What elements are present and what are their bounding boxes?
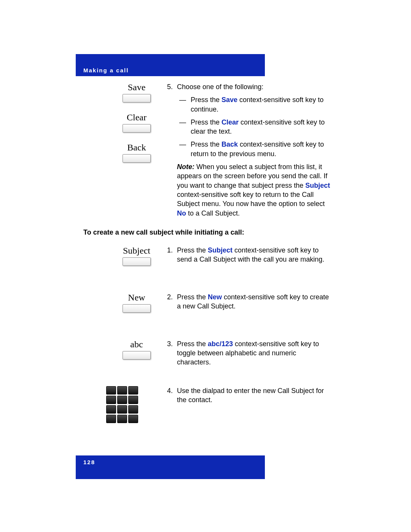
- softkey-save-button[interactable]: [123, 94, 151, 102]
- step2-2-row: New 2.Press the New context-sensitive so…: [76, 292, 331, 323]
- step5-opt-save: Press the Save context-sensitive soft ke…: [179, 95, 331, 114]
- content: Save Clear Back 5. Choose one of the fol…: [76, 82, 331, 423]
- softkey-new-label: New: [128, 292, 145, 303]
- softkey-new: New: [106, 292, 167, 313]
- step5-text: 5. Choose one of the following: Press th…: [167, 82, 331, 218]
- softkey-back-button[interactable]: [123, 154, 151, 163]
- softkey-save-label: Save: [128, 82, 146, 93]
- kw-subject: Subject: [208, 246, 233, 254]
- footer-bar: 128: [76, 455, 265, 479]
- step5-row: Save Clear Back 5. Choose one of the fol…: [76, 82, 331, 218]
- kw-no: No: [177, 209, 186, 217]
- step5-lead: Choose one of the following:: [177, 82, 331, 91]
- kw-abc123: abc/123: [208, 340, 233, 348]
- section-heading: To create a new call subject while initi…: [83, 228, 331, 236]
- kw-back: Back: [221, 141, 238, 148]
- softkey-abc-label: abc: [130, 339, 143, 350]
- softkey-subject: Subject: [106, 246, 167, 266]
- note-label: Note:: [177, 163, 194, 171]
- softkey-back: Back: [106, 142, 167, 163]
- softkey-clear-label: Clear: [127, 112, 147, 123]
- header-title: Making a call: [83, 67, 129, 73]
- softkey-save: Save: [106, 82, 167, 102]
- dialpad-icon: [106, 386, 167, 423]
- softkey-abc: abc: [106, 339, 167, 359]
- step5-opt-clear: Press the Clear context-sensitive soft k…: [179, 118, 331, 136]
- softkey-clear: Clear: [106, 112, 167, 133]
- kw-subject-note: Subject: [305, 182, 330, 189]
- step5-opt-back: Press the Back context-sensitive soft ke…: [179, 140, 331, 158]
- header-bar: Making a call: [76, 54, 265, 76]
- softkey-clear-button[interactable]: [123, 124, 151, 133]
- softkey-subject-label: Subject: [123, 246, 150, 256]
- step5-options: Press the Save context-sensitive soft ke…: [177, 91, 331, 158]
- softkey-back-label: Back: [127, 142, 146, 153]
- kw-clear: Clear: [221, 118, 239, 126]
- step2-4-text: 4.Use the dialpad to enter the new Call …: [167, 386, 331, 405]
- kw-new: New: [208, 293, 222, 301]
- step5-number: 5.: [167, 82, 177, 218]
- page-number: 128: [83, 459, 95, 465]
- step2-3-row: abc 3.Press the abc/123 context-sensitiv…: [76, 339, 331, 369]
- step2-2-text: 2.Press the New context-sensitive soft k…: [167, 292, 331, 311]
- softkey-subject-button[interactable]: [123, 257, 151, 266]
- kw-save: Save: [221, 96, 237, 104]
- step5-softkeys: Save Clear Back: [76, 82, 167, 173]
- step2-1-text: 1.Press the Subject context-sensitive so…: [167, 246, 331, 264]
- step2-4-row: 4.Use the dialpad to enter the new Call …: [76, 386, 331, 423]
- step2-3-text: 3.Press the abc/123 context-sensitive so…: [167, 339, 331, 367]
- step2-1-row: Subject 1.Press the Subject context-sens…: [76, 246, 331, 276]
- note-block: Note: When you select a subject from thi…: [177, 162, 331, 218]
- softkey-new-button[interactable]: [123, 304, 151, 313]
- softkey-abc-button[interactable]: [123, 351, 151, 359]
- page: Making a call Save Clear Back: [0, 0, 411, 532]
